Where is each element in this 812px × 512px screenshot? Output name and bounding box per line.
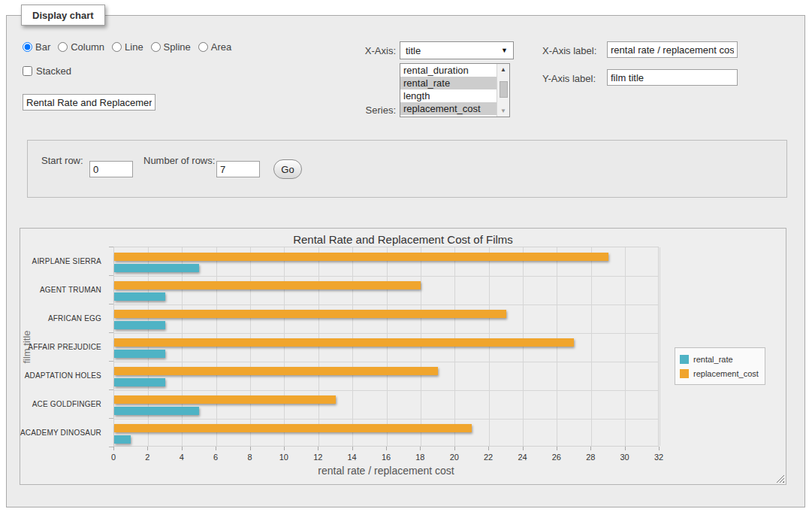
gridline: [489, 247, 490, 446]
chart-type-radio-group: BarColumnLineSplineArea: [23, 41, 231, 53]
gridline: [114, 390, 658, 391]
series-option-length[interactable]: length: [400, 89, 497, 102]
radio-icon[interactable]: [58, 42, 68, 52]
series-option-replacement_cost[interactable]: replacement_cost: [400, 102, 497, 115]
replacement_cost-bar: [114, 310, 506, 318]
rental_rate-bar: [114, 292, 165, 301]
chart-type-radio-label: Spline: [164, 41, 191, 53]
y-tick-mark: [109, 304, 113, 304]
go-button[interactable]: Go: [273, 159, 302, 179]
start-row-label: Start row:: [41, 155, 83, 166]
category-label: ADAPTATION HOLES: [25, 371, 101, 380]
y-axis-label-input[interactable]: [607, 69, 738, 86]
start-row-input[interactable]: [89, 161, 133, 177]
category-label: AFRICAN EGG: [48, 314, 101, 323]
legend-swatch-icon: [680, 355, 689, 364]
series-select-label: Series:: [342, 105, 396, 116]
legend-item-replacement_cost[interactable]: replacement_cost: [680, 366, 759, 380]
num-rows-label: Number of rows:: [143, 155, 215, 166]
plot-area: [113, 247, 659, 447]
x-tick-mark: [113, 447, 114, 450]
gridline: [523, 247, 524, 446]
rental_rate-bar: [114, 264, 199, 272]
x-tick-mark: [659, 447, 660, 450]
x-tick-mark: [352, 447, 353, 450]
series-option-rental_rate[interactable]: rental_rate: [400, 77, 497, 89]
x-tick-label: 4: [180, 453, 184, 462]
gridline: [216, 247, 217, 446]
rental_rate-bar: [114, 435, 131, 444]
chart-title-input[interactable]: [23, 94, 155, 111]
x-tick-label: 8: [247, 453, 252, 462]
radio-icon[interactable]: [151, 42, 161, 52]
scroll-down-icon[interactable]: ▼: [497, 105, 509, 117]
gridline: [114, 333, 658, 334]
replacement_cost-bar: [114, 281, 421, 289]
replacement_cost-bar: [114, 424, 472, 432]
gridline: [557, 247, 557, 446]
chart-type-radio-label: Column: [71, 41, 104, 53]
gridline: [660, 247, 660, 446]
resize-grip-icon[interactable]: [776, 474, 784, 483]
chart-type-radio-line[interactable]: Line: [112, 41, 143, 53]
stacked-label: Stacked: [36, 65, 71, 77]
x-tick-label: 24: [518, 453, 527, 462]
series-scrollbar[interactable]: ▲ ▼: [497, 64, 509, 117]
x-tick-label: 0: [111, 453, 116, 462]
x-tick-mark: [216, 447, 216, 450]
x-axis-select-label: X-Axis:: [342, 45, 396, 56]
legend-item-rental_rate[interactable]: rental_rate: [680, 352, 759, 366]
y-tick-mark: [109, 332, 113, 333]
chart-container: Rental Rate and Replacement Cost of Film…: [20, 228, 786, 485]
radio-icon[interactable]: [198, 42, 208, 52]
x-tick-mark: [318, 447, 318, 450]
x-tick-label: 30: [620, 453, 629, 462]
chart-type-radio-area[interactable]: Area: [198, 41, 231, 53]
panel-title-text: Display chart: [32, 10, 94, 21]
x-tick-mark: [284, 447, 285, 450]
chart-type-radio-spline[interactable]: Spline: [151, 41, 191, 53]
series-listbox[interactable]: rental_durationrental_ratelengthreplacem…: [400, 63, 510, 117]
chart-type-radio-bar[interactable]: Bar: [23, 41, 50, 53]
chevron-down-icon: ▼: [501, 47, 508, 54]
chart-legend: rental_ratereplacement_cost: [675, 347, 765, 385]
stacked-checkbox[interactable]: [23, 66, 32, 76]
replacement_cost-bar: [114, 367, 438, 375]
x-axis-select[interactable]: title ▼: [400, 41, 514, 59]
x-tick-mark: [590, 447, 591, 450]
x-axis-selected-value: title: [406, 45, 421, 56]
x-tick-label: 28: [586, 453, 595, 462]
legend-swatch-icon: [680, 369, 689, 378]
scrollbar-thumb[interactable]: [500, 81, 508, 98]
gridline: [625, 247, 626, 446]
x-tick-mark: [250, 447, 251, 450]
gridline: [148, 247, 149, 446]
stacked-option: Stacked: [23, 65, 71, 77]
radio-icon[interactable]: [112, 42, 122, 52]
x-tick-label: 14: [348, 453, 357, 462]
category-label: ACADEMY DINOSAUR: [20, 429, 101, 437]
row-range-panel: Start row: Number of rows: Go: [27, 140, 787, 198]
gridline: [114, 304, 658, 305]
num-rows-input[interactable]: [216, 161, 260, 177]
gridline: [421, 247, 421, 446]
gridline: [387, 247, 388, 446]
gridline: [591, 247, 592, 446]
gridline: [318, 247, 319, 446]
y-axis-label-label: Y-Axis label:: [542, 73, 596, 84]
x-tick-label: 26: [552, 453, 561, 462]
x-axis-label-input[interactable]: [607, 41, 738, 58]
series-option-rental_duration[interactable]: rental_duration: [400, 64, 497, 77]
chart-type-radio-label: Area: [211, 41, 231, 53]
rental_rate-bar: [114, 350, 165, 358]
gridline: [250, 247, 251, 446]
page: Display chart BarColumnLineSplineArea St…: [0, 0, 812, 512]
x-tick-mark: [488, 447, 489, 450]
x-tick-mark: [147, 447, 148, 450]
radio-icon[interactable]: [23, 42, 32, 52]
replacement_cost-bar: [114, 253, 608, 261]
chart-type-radio-column[interactable]: Column: [58, 41, 104, 53]
x-tick-label: 22: [484, 453, 493, 462]
scroll-up-icon[interactable]: ▲: [497, 64, 509, 75]
x-tick-mark: [420, 447, 421, 450]
